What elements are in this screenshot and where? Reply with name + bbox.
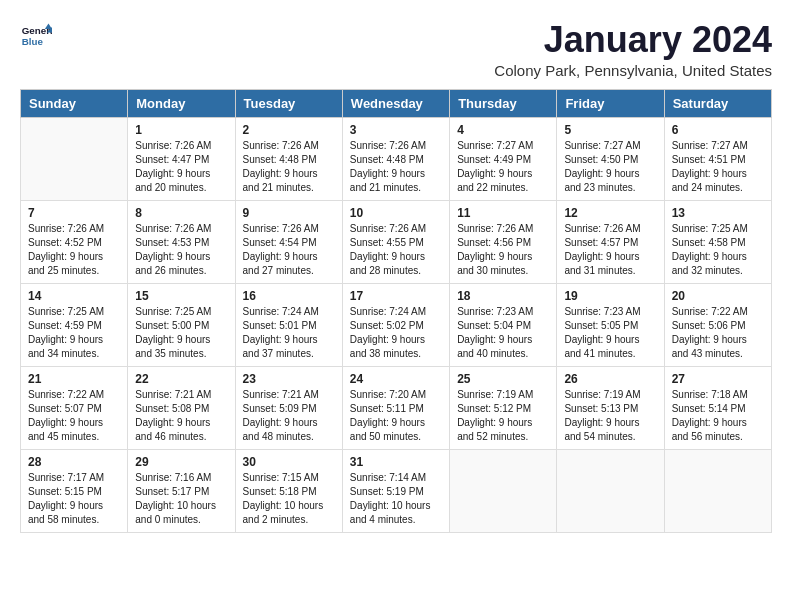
calendar-cell: 27Sunrise: 7:18 AM Sunset: 5:14 PM Dayli… [664,366,771,449]
day-header-monday: Monday [128,89,235,117]
calendar-cell: 12Sunrise: 7:26 AM Sunset: 4:57 PM Dayli… [557,200,664,283]
page-header: General Blue January 2024 Colony Park, P… [20,20,772,79]
day-number: 10 [350,206,442,220]
day-number: 4 [457,123,549,137]
day-number: 15 [135,289,227,303]
day-info: Sunrise: 7:22 AM Sunset: 5:06 PM Dayligh… [672,305,764,361]
day-info: Sunrise: 7:25 AM Sunset: 4:59 PM Dayligh… [28,305,120,361]
day-number: 14 [28,289,120,303]
day-info: Sunrise: 7:19 AM Sunset: 5:12 PM Dayligh… [457,388,549,444]
calendar-cell: 2Sunrise: 7:26 AM Sunset: 4:48 PM Daylig… [235,117,342,200]
calendar-cell: 22Sunrise: 7:21 AM Sunset: 5:08 PM Dayli… [128,366,235,449]
day-info: Sunrise: 7:27 AM Sunset: 4:49 PM Dayligh… [457,139,549,195]
day-number: 25 [457,372,549,386]
calendar-cell: 30Sunrise: 7:15 AM Sunset: 5:18 PM Dayli… [235,449,342,532]
day-info: Sunrise: 7:26 AM Sunset: 4:48 PM Dayligh… [350,139,442,195]
calendar-cell: 19Sunrise: 7:23 AM Sunset: 5:05 PM Dayli… [557,283,664,366]
day-info: Sunrise: 7:21 AM Sunset: 5:08 PM Dayligh… [135,388,227,444]
day-info: Sunrise: 7:18 AM Sunset: 5:14 PM Dayligh… [672,388,764,444]
day-info: Sunrise: 7:19 AM Sunset: 5:13 PM Dayligh… [564,388,656,444]
calendar-cell [664,449,771,532]
calendar-week-4: 21Sunrise: 7:22 AM Sunset: 5:07 PM Dayli… [21,366,772,449]
day-number: 19 [564,289,656,303]
calendar-cell: 18Sunrise: 7:23 AM Sunset: 5:04 PM Dayli… [450,283,557,366]
calendar-cell: 28Sunrise: 7:17 AM Sunset: 5:15 PM Dayli… [21,449,128,532]
day-number: 27 [672,372,764,386]
day-number: 20 [672,289,764,303]
day-number: 13 [672,206,764,220]
day-info: Sunrise: 7:23 AM Sunset: 5:04 PM Dayligh… [457,305,549,361]
calendar-cell: 3Sunrise: 7:26 AM Sunset: 4:48 PM Daylig… [342,117,449,200]
calendar-cell [450,449,557,532]
calendar-cell: 31Sunrise: 7:14 AM Sunset: 5:19 PM Dayli… [342,449,449,532]
svg-text:Blue: Blue [22,36,44,47]
day-header-tuesday: Tuesday [235,89,342,117]
day-number: 8 [135,206,227,220]
day-number: 24 [350,372,442,386]
day-number: 23 [243,372,335,386]
calendar-cell: 4Sunrise: 7:27 AM Sunset: 4:49 PM Daylig… [450,117,557,200]
day-number: 29 [135,455,227,469]
day-number: 3 [350,123,442,137]
day-info: Sunrise: 7:27 AM Sunset: 4:50 PM Dayligh… [564,139,656,195]
day-number: 7 [28,206,120,220]
calendar-body: 1Sunrise: 7:26 AM Sunset: 4:47 PM Daylig… [21,117,772,532]
day-header-friday: Friday [557,89,664,117]
day-info: Sunrise: 7:17 AM Sunset: 5:15 PM Dayligh… [28,471,120,527]
day-info: Sunrise: 7:15 AM Sunset: 5:18 PM Dayligh… [243,471,335,527]
calendar-cell: 15Sunrise: 7:25 AM Sunset: 5:00 PM Dayli… [128,283,235,366]
day-info: Sunrise: 7:21 AM Sunset: 5:09 PM Dayligh… [243,388,335,444]
calendar-week-3: 14Sunrise: 7:25 AM Sunset: 4:59 PM Dayli… [21,283,772,366]
day-number: 22 [135,372,227,386]
calendar-week-5: 28Sunrise: 7:17 AM Sunset: 5:15 PM Dayli… [21,449,772,532]
day-header-thursday: Thursday [450,89,557,117]
day-info: Sunrise: 7:25 AM Sunset: 5:00 PM Dayligh… [135,305,227,361]
day-info: Sunrise: 7:24 AM Sunset: 5:01 PM Dayligh… [243,305,335,361]
calendar-cell: 26Sunrise: 7:19 AM Sunset: 5:13 PM Dayli… [557,366,664,449]
day-info: Sunrise: 7:27 AM Sunset: 4:51 PM Dayligh… [672,139,764,195]
day-info: Sunrise: 7:26 AM Sunset: 4:57 PM Dayligh… [564,222,656,278]
calendar-cell: 13Sunrise: 7:25 AM Sunset: 4:58 PM Dayli… [664,200,771,283]
calendar-cell: 29Sunrise: 7:16 AM Sunset: 5:17 PM Dayli… [128,449,235,532]
calendar-cell: 17Sunrise: 7:24 AM Sunset: 5:02 PM Dayli… [342,283,449,366]
day-info: Sunrise: 7:22 AM Sunset: 5:07 PM Dayligh… [28,388,120,444]
calendar-table: SundayMondayTuesdayWednesdayThursdayFrid… [20,89,772,533]
calendar-cell [557,449,664,532]
day-info: Sunrise: 7:26 AM Sunset: 4:52 PM Dayligh… [28,222,120,278]
day-info: Sunrise: 7:14 AM Sunset: 5:19 PM Dayligh… [350,471,442,527]
day-number: 2 [243,123,335,137]
calendar-cell: 7Sunrise: 7:26 AM Sunset: 4:52 PM Daylig… [21,200,128,283]
day-number: 6 [672,123,764,137]
day-info: Sunrise: 7:20 AM Sunset: 5:11 PM Dayligh… [350,388,442,444]
day-number: 30 [243,455,335,469]
day-info: Sunrise: 7:25 AM Sunset: 4:58 PM Dayligh… [672,222,764,278]
day-info: Sunrise: 7:23 AM Sunset: 5:05 PM Dayligh… [564,305,656,361]
day-info: Sunrise: 7:26 AM Sunset: 4:53 PM Dayligh… [135,222,227,278]
day-info: Sunrise: 7:26 AM Sunset: 4:48 PM Dayligh… [243,139,335,195]
day-header-saturday: Saturday [664,89,771,117]
day-info: Sunrise: 7:26 AM Sunset: 4:56 PM Dayligh… [457,222,549,278]
month-title: January 2024 [494,20,772,60]
calendar-header-row: SundayMondayTuesdayWednesdayThursdayFrid… [21,89,772,117]
calendar-cell: 14Sunrise: 7:25 AM Sunset: 4:59 PM Dayli… [21,283,128,366]
calendar-cell: 20Sunrise: 7:22 AM Sunset: 5:06 PM Dayli… [664,283,771,366]
logo-icon: General Blue [20,20,52,52]
calendar-cell: 10Sunrise: 7:26 AM Sunset: 4:55 PM Dayli… [342,200,449,283]
day-number: 9 [243,206,335,220]
calendar-cell [21,117,128,200]
day-number: 18 [457,289,549,303]
calendar-cell: 25Sunrise: 7:19 AM Sunset: 5:12 PM Dayli… [450,366,557,449]
logo: General Blue [20,20,52,52]
calendar-cell: 1Sunrise: 7:26 AM Sunset: 4:47 PM Daylig… [128,117,235,200]
day-number: 11 [457,206,549,220]
day-info: Sunrise: 7:26 AM Sunset: 4:47 PM Dayligh… [135,139,227,195]
title-block: January 2024 Colony Park, Pennsylvania, … [494,20,772,79]
day-info: Sunrise: 7:26 AM Sunset: 4:55 PM Dayligh… [350,222,442,278]
calendar-cell: 16Sunrise: 7:24 AM Sunset: 5:01 PM Dayli… [235,283,342,366]
day-number: 21 [28,372,120,386]
calendar-cell: 24Sunrise: 7:20 AM Sunset: 5:11 PM Dayli… [342,366,449,449]
day-number: 1 [135,123,227,137]
day-number: 28 [28,455,120,469]
day-number: 16 [243,289,335,303]
day-number: 31 [350,455,442,469]
